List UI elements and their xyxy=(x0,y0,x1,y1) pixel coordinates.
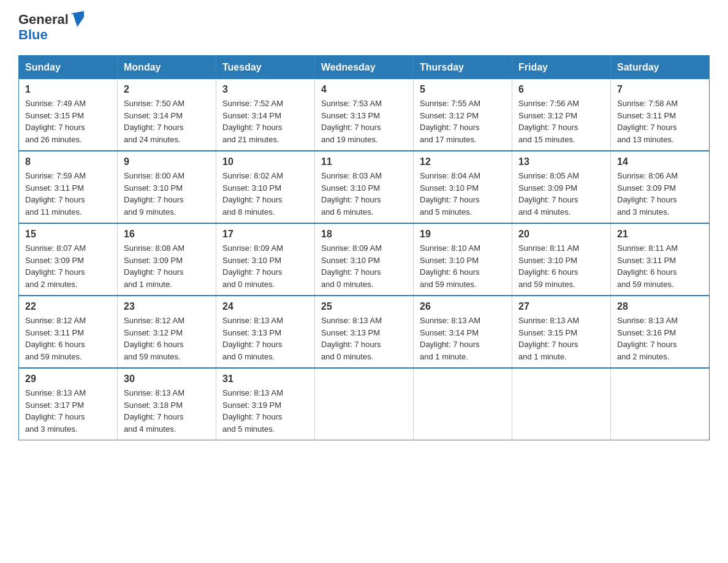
day-info: Sunrise: 8:11 AMSunset: 3:10 PMDaylight:… xyxy=(518,243,579,289)
day-cell: 30 Sunrise: 8:13 AMSunset: 3:18 PMDaylig… xyxy=(118,368,216,440)
day-number: 11 xyxy=(321,156,407,167)
logo-combined: General Blue xyxy=(18,12,84,43)
page-header: General Blue xyxy=(18,12,710,43)
day-number: 1 xyxy=(25,84,111,95)
day-cell: 25 Sunrise: 8:13 AMSunset: 3:13 PMDaylig… xyxy=(315,296,414,368)
day-cell: 12 Sunrise: 8:04 AMSunset: 3:10 PMDaylig… xyxy=(414,151,512,223)
day-cell: 24 Sunrise: 8:13 AMSunset: 3:13 PMDaylig… xyxy=(216,296,315,368)
day-cell: 22 Sunrise: 8:12 AMSunset: 3:11 PMDaylig… xyxy=(19,296,118,368)
header-monday: Monday xyxy=(118,56,216,80)
day-number: 3 xyxy=(222,84,308,95)
calendar-body: 1 Sunrise: 7:49 AMSunset: 3:15 PMDayligh… xyxy=(19,79,710,440)
day-number: 10 xyxy=(222,156,308,167)
day-cell: 10 Sunrise: 8:02 AMSunset: 3:10 PMDaylig… xyxy=(216,151,315,223)
day-info: Sunrise: 8:13 AMSunset: 3:14 PMDaylight:… xyxy=(420,316,480,361)
day-info: Sunrise: 8:13 AMSunset: 3:15 PMDaylight:… xyxy=(518,316,579,361)
day-info: Sunrise: 8:03 AMSunset: 3:10 PMDaylight:… xyxy=(321,171,382,216)
day-number: 22 xyxy=(25,301,111,312)
logo: General Blue xyxy=(18,12,84,43)
week-row-5: 29 Sunrise: 8:13 AMSunset: 3:17 PMDaylig… xyxy=(19,368,710,440)
day-info: Sunrise: 8:08 AMSunset: 3:09 PMDaylight:… xyxy=(124,243,184,289)
day-cell: 28 Sunrise: 8:13 AMSunset: 3:16 PMDaylig… xyxy=(611,296,710,368)
day-number: 2 xyxy=(124,84,210,95)
day-info: Sunrise: 8:05 AMSunset: 3:09 PMDaylight:… xyxy=(518,171,579,216)
day-cell: 4 Sunrise: 7:53 AMSunset: 3:13 PMDayligh… xyxy=(315,79,414,151)
day-cell: 18 Sunrise: 8:09 AMSunset: 3:10 PMDaylig… xyxy=(315,223,414,296)
day-number: 20 xyxy=(518,229,604,240)
day-cell xyxy=(611,368,710,440)
day-number: 25 xyxy=(321,301,407,312)
day-number: 19 xyxy=(420,229,506,240)
day-info: Sunrise: 7:56 AMSunset: 3:12 PMDaylight:… xyxy=(518,99,579,144)
day-cell xyxy=(315,368,414,440)
day-number: 24 xyxy=(222,301,308,312)
day-cell xyxy=(414,368,512,440)
day-number: 8 xyxy=(25,156,111,167)
day-info: Sunrise: 7:58 AMSunset: 3:11 PMDaylight:… xyxy=(617,99,678,144)
day-cell: 29 Sunrise: 8:13 AMSunset: 3:17 PMDaylig… xyxy=(19,368,118,440)
day-cell: 15 Sunrise: 8:07 AMSunset: 3:09 PMDaylig… xyxy=(19,223,118,296)
week-row-4: 22 Sunrise: 8:12 AMSunset: 3:11 PMDaylig… xyxy=(19,296,710,368)
day-number: 7 xyxy=(617,84,703,95)
day-info: Sunrise: 8:07 AMSunset: 3:09 PMDaylight:… xyxy=(25,243,86,289)
day-info: Sunrise: 7:50 AMSunset: 3:14 PMDaylight:… xyxy=(124,99,184,144)
day-number: 5 xyxy=(420,84,506,95)
day-info: Sunrise: 8:13 AMSunset: 3:16 PMDaylight:… xyxy=(617,316,678,361)
day-cell: 8 Sunrise: 7:59 AMSunset: 3:11 PMDayligh… xyxy=(19,151,118,223)
day-cell xyxy=(512,368,611,440)
day-cell: 27 Sunrise: 8:13 AMSunset: 3:15 PMDaylig… xyxy=(512,296,611,368)
day-info: Sunrise: 8:04 AMSunset: 3:10 PMDaylight:… xyxy=(420,171,480,216)
day-info: Sunrise: 8:13 AMSunset: 3:13 PMDaylight:… xyxy=(321,316,382,361)
day-number: 12 xyxy=(420,156,506,167)
day-number: 27 xyxy=(518,301,604,312)
day-cell: 9 Sunrise: 8:00 AMSunset: 3:10 PMDayligh… xyxy=(118,151,216,223)
day-cell: 7 Sunrise: 7:58 AMSunset: 3:11 PMDayligh… xyxy=(611,79,710,151)
day-info: Sunrise: 7:49 AMSunset: 3:15 PMDaylight:… xyxy=(25,99,86,144)
day-number: 4 xyxy=(321,84,407,95)
day-number: 9 xyxy=(124,156,210,167)
logo-text-blue: Blue xyxy=(18,27,84,43)
day-info: Sunrise: 8:12 AMSunset: 3:11 PMDaylight:… xyxy=(25,316,86,361)
day-number: 15 xyxy=(25,229,111,240)
day-cell: 3 Sunrise: 7:52 AMSunset: 3:14 PMDayligh… xyxy=(216,79,315,151)
day-number: 29 xyxy=(25,373,111,385)
week-row-2: 8 Sunrise: 7:59 AMSunset: 3:11 PMDayligh… xyxy=(19,151,710,223)
day-info: Sunrise: 8:09 AMSunset: 3:10 PMDaylight:… xyxy=(222,243,283,289)
day-cell: 5 Sunrise: 7:55 AMSunset: 3:12 PMDayligh… xyxy=(414,79,512,151)
day-number: 31 xyxy=(222,373,308,385)
day-info: Sunrise: 7:55 AMSunset: 3:12 PMDaylight:… xyxy=(420,99,480,144)
header-thursday: Thursday xyxy=(414,56,512,80)
day-cell: 19 Sunrise: 8:10 AMSunset: 3:10 PMDaylig… xyxy=(414,223,512,296)
day-number: 13 xyxy=(518,156,604,167)
day-number: 16 xyxy=(124,229,210,240)
day-info: Sunrise: 7:53 AMSunset: 3:13 PMDaylight:… xyxy=(321,99,382,144)
day-number: 14 xyxy=(617,156,703,167)
day-cell: 16 Sunrise: 8:08 AMSunset: 3:09 PMDaylig… xyxy=(118,223,216,296)
week-row-3: 15 Sunrise: 8:07 AMSunset: 3:09 PMDaylig… xyxy=(19,223,710,296)
day-cell: 31 Sunrise: 8:13 AMSunset: 3:19 PMDaylig… xyxy=(216,368,315,440)
day-info: Sunrise: 8:13 AMSunset: 3:17 PMDaylight:… xyxy=(25,388,86,434)
day-number: 17 xyxy=(222,229,308,240)
header-friday: Friday xyxy=(512,56,611,80)
logo-icon xyxy=(70,11,84,27)
day-info: Sunrise: 7:52 AMSunset: 3:14 PMDaylight:… xyxy=(222,99,283,144)
day-number: 6 xyxy=(518,84,604,95)
day-cell: 11 Sunrise: 8:03 AMSunset: 3:10 PMDaylig… xyxy=(315,151,414,223)
day-cell: 23 Sunrise: 8:12 AMSunset: 3:12 PMDaylig… xyxy=(118,296,216,368)
day-cell: 21 Sunrise: 8:11 AMSunset: 3:11 PMDaylig… xyxy=(611,223,710,296)
calendar-header: SundayMondayTuesdayWednesdayThursdayFrid… xyxy=(19,56,710,80)
week-row-1: 1 Sunrise: 7:49 AMSunset: 3:15 PMDayligh… xyxy=(19,79,710,151)
day-cell: 17 Sunrise: 8:09 AMSunset: 3:10 PMDaylig… xyxy=(216,223,315,296)
day-info: Sunrise: 7:59 AMSunset: 3:11 PMDaylight:… xyxy=(25,171,86,216)
day-cell: 6 Sunrise: 7:56 AMSunset: 3:12 PMDayligh… xyxy=(512,79,611,151)
day-info: Sunrise: 8:00 AMSunset: 3:10 PMDaylight:… xyxy=(124,171,184,216)
day-info: Sunrise: 8:13 AMSunset: 3:13 PMDaylight:… xyxy=(222,316,283,361)
header-sunday: Sunday xyxy=(19,56,118,80)
day-number: 21 xyxy=(617,229,703,240)
header-tuesday: Tuesday xyxy=(216,56,315,80)
header-saturday: Saturday xyxy=(611,56,710,80)
day-info: Sunrise: 8:02 AMSunset: 3:10 PMDaylight:… xyxy=(222,171,283,216)
calendar-table: SundayMondayTuesdayWednesdayThursdayFrid… xyxy=(18,55,710,440)
header-wednesday: Wednesday xyxy=(315,56,414,80)
day-info: Sunrise: 8:13 AMSunset: 3:18 PMDaylight:… xyxy=(124,388,184,434)
